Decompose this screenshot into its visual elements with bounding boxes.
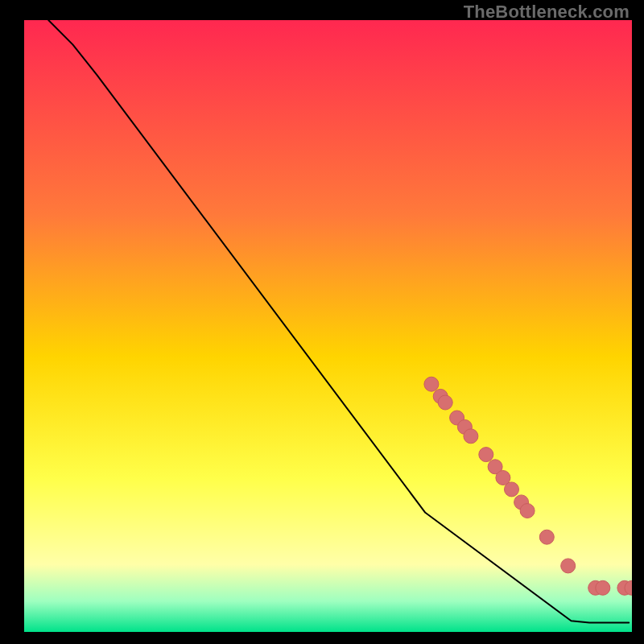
chart-background [24,20,632,632]
data-point-marker [561,559,576,573]
data-point-marker [424,377,439,391]
data-point-marker [479,448,493,462]
data-point-marker [464,429,478,444]
watermark-text: TheBottleneck.com [464,2,630,23]
data-point-marker [520,504,535,518]
data-point-marker [505,482,519,497]
data-point-marker [596,580,610,595]
chart-plot-area [24,20,632,632]
data-point-marker [438,395,452,410]
data-point-marker [539,530,554,544]
